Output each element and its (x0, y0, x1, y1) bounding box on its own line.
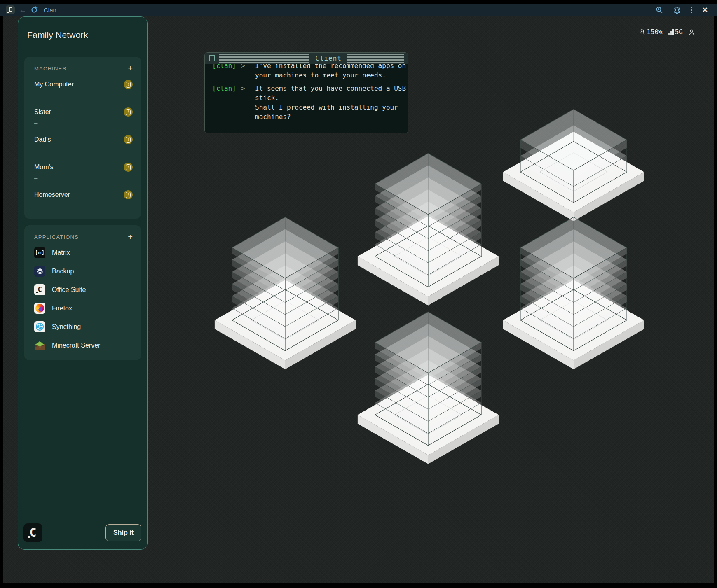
warning-badge-icon: ! (124, 190, 133, 199)
machines-card: MACHINES + My Computer!–Sister!–Dad's!–M… (24, 57, 141, 219)
matrix-icon: [m] (34, 247, 45, 258)
warning-badge-icon: ! (124, 135, 133, 144)
message-sender: [clan] (212, 64, 241, 80)
reload-icon[interactable] (30, 6, 38, 14)
machine-item-my-computer[interactable]: My Computer!– (34, 75, 133, 103)
machine-name: Mom's (34, 163, 54, 171)
machine-node-3[interactable] (213, 217, 358, 370)
application-item-office-suite[interactable]: COffice Suite (34, 280, 133, 299)
application-name: Matrix (52, 249, 70, 257)
machine-list: My Computer!–Sister!–Dad's!–Mom's!–Homes… (34, 75, 133, 213)
divider (18, 50, 147, 50)
signal-bars-icon (668, 29, 674, 35)
ship-it-button[interactable]: Ship it (105, 524, 141, 541)
firefox-icon (34, 303, 45, 314)
machine-item-dad-s[interactable]: Dad's!– (34, 130, 133, 158)
browser-toolbar: C ← Clan ✕ (0, 4, 717, 16)
application-name: Minecraft Server (52, 342, 100, 349)
screen: { "browser": { "tab_title": "Clan", "fav… (0, 0, 717, 588)
sidebar: Family Network MACHINES + My Computer!–S… (18, 16, 148, 550)
sidebar-footer: C Ship it (18, 516, 147, 549)
clan-logo-icon: C (8, 7, 12, 13)
application-item-minecraft-server[interactable]: Minecraft Server (34, 336, 133, 355)
machine-status: – (34, 91, 133, 98)
machine-status: – (34, 202, 133, 209)
user-icon (689, 29, 695, 35)
add-application-button[interactable]: + (128, 233, 133, 241)
syncthing-icon (34, 321, 45, 332)
terminal-body[interactable]: [clan]>I've installed the recommended ap… (205, 64, 408, 133)
application-list: [m]MatrixBackupCOffice SuiteFirefoxSynct… (34, 243, 133, 355)
terminal-message: [clan]>I've installed the recommended ap… (212, 64, 408, 80)
network-indicator: 5G (668, 28, 683, 36)
zoom-level-indicator: 150% (639, 28, 663, 36)
application-name: Firefox (52, 305, 72, 312)
tab-title[interactable]: Clan (44, 7, 56, 14)
status-indicators: 150% 5G (639, 28, 695, 36)
terminal-title: Client (314, 54, 343, 62)
application-item-firefox[interactable]: Firefox (34, 299, 133, 317)
menu-icon[interactable] (691, 7, 692, 13)
application-item-backup[interactable]: Backup (34, 262, 133, 280)
application-item-syncthing[interactable]: Syncthing (34, 317, 133, 336)
window-widget-icon[interactable] (209, 55, 215, 61)
zoom-icon[interactable] (656, 6, 663, 14)
clan-logo-icon: C (23, 523, 42, 542)
message-text: I've installed the recommended apps on y… (255, 64, 406, 80)
magnifier-icon (639, 29, 645, 35)
terminal-titlebar[interactable]: Client (205, 53, 408, 64)
backup-icon (34, 266, 45, 277)
machine-item-mom-s[interactable]: Mom's!– (34, 158, 133, 185)
minecraft-icon (34, 340, 45, 351)
back-icon[interactable]: ← (19, 6, 26, 14)
machine-item-homeserver[interactable]: Homeserver!– (34, 185, 133, 213)
machine-status: – (34, 147, 133, 154)
machine-item-sister[interactable]: Sister!– (34, 103, 133, 130)
warning-badge-icon: ! (124, 163, 133, 172)
close-icon[interactable]: ✕ (702, 6, 708, 14)
titlebar-lines-right (347, 54, 404, 63)
application-name: Office Suite (52, 286, 86, 294)
message-prompt: > (241, 64, 255, 80)
machine-name: Homeserver (34, 191, 70, 198)
machine-status: – (34, 119, 133, 126)
machine-name: Dad's (34, 136, 51, 143)
machine-node-2[interactable] (356, 153, 501, 306)
machines-header: MACHINES (34, 65, 66, 72)
message-text: It seems that you have connected a USB s… (255, 84, 406, 121)
office-suite-icon: C (34, 284, 45, 295)
machine-node-4[interactable] (501, 217, 646, 370)
extensions-icon[interactable] (673, 6, 681, 14)
warning-badge-icon: ! (124, 80, 133, 89)
add-machine-button[interactable]: + (128, 64, 133, 72)
application-item-matrix[interactable]: [m]Matrix (34, 243, 133, 262)
machine-node-5[interactable] (356, 311, 501, 465)
message-sender: [clan] (212, 84, 241, 121)
titlebar-lines-left (219, 54, 309, 63)
client-terminal-window[interactable]: Client [clan]>I've installed the recomme… (204, 52, 408, 133)
application-name: Backup (52, 268, 74, 275)
clan-favicon: C (6, 5, 15, 14)
applications-card: APPLICATIONS + [m]MatrixBackupCOffice Su… (24, 225, 141, 360)
applications-header: APPLICATIONS (34, 234, 79, 240)
machine-name: My Computer (34, 81, 74, 88)
network-title: Family Network (18, 17, 147, 50)
application-name: Syncthing (52, 323, 81, 331)
warning-badge-icon: ! (124, 107, 133, 117)
message-prompt: > (241, 84, 255, 121)
terminal-message: [clan]>It seems that you have connected … (212, 84, 408, 121)
machine-node-1[interactable] (501, 109, 646, 222)
machine-name: Sister (34, 108, 51, 116)
machine-status: – (34, 174, 133, 181)
